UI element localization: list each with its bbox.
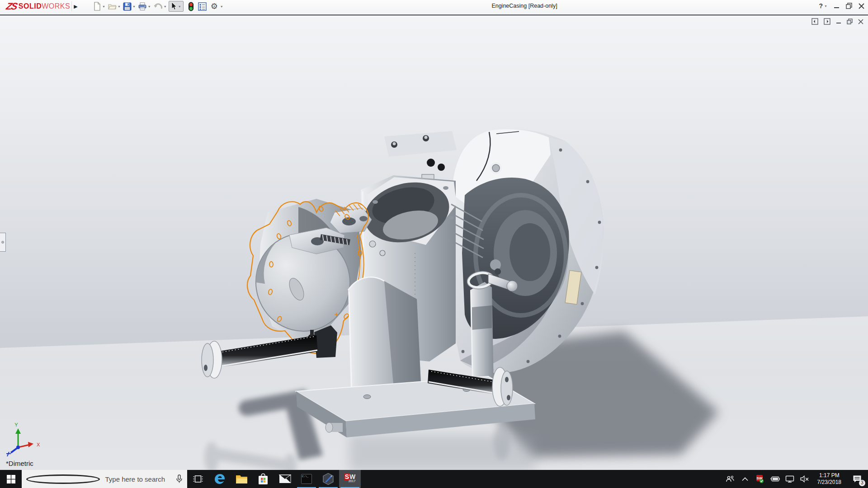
battery-icon[interactable]: [769, 470, 781, 488]
action-center-button[interactable]: 3: [848, 470, 866, 488]
notification-badge: 3: [859, 480, 865, 486]
window-title: EngineCasing [Read-only]: [240, 0, 809, 12]
close-button[interactable]: [859, 3, 864, 9]
clock-time: 1:17 PM: [817, 472, 841, 479]
close-icon: [859, 3, 864, 9]
new-document-button[interactable]: ▼: [93, 1, 106, 12]
start-button[interactable]: [0, 470, 22, 488]
network-icon[interactable]: [784, 470, 796, 488]
people-icon[interactable]: [724, 470, 736, 488]
graphics-viewport[interactable]: Y X *Dimetric: [0, 15, 868, 470]
clock-date: 7/23/2018: [817, 479, 841, 486]
model-top-plate: [384, 131, 457, 183]
triad-x-label: X: [37, 442, 40, 447]
save-button[interactable]: ▼: [123, 1, 136, 12]
dropdown-caret-icon[interactable]: ▼: [164, 5, 167, 8]
tray-chevron-up-icon[interactable]: [739, 470, 751, 488]
windows-logo-icon: [7, 475, 15, 483]
windows-taskbar: Type here to search: [0, 470, 868, 488]
dropdown-caret-icon[interactable]: ▼: [132, 5, 136, 8]
solidworks-2017-icon: SW 2017: [344, 474, 356, 483]
taskbar-clock[interactable]: 1:17 PM 7/23/2018: [814, 472, 845, 486]
doc-minimize-button[interactable]: [836, 19, 841, 24]
file-properties-button[interactable]: [198, 1, 207, 12]
doc-restore-button[interactable]: [847, 19, 853, 24]
title-bar: ZS SOLID WORKS ▶ ▼ ▼ ▼: [0, 0, 868, 15]
scroll-right-button[interactable]: [824, 18, 830, 25]
print-button[interactable]: ▼: [137, 1, 151, 12]
taskbar-app-mail[interactable]: [274, 470, 296, 488]
taskbar-app-file-explorer[interactable]: [231, 470, 252, 488]
dropdown-caret-icon[interactable]: ▼: [118, 5, 121, 8]
options-button[interactable]: ⚙ ▼: [210, 1, 224, 11]
taskbar-app-solidworks[interactable]: SW 2017: [339, 470, 361, 488]
microphone-icon[interactable]: [176, 474, 183, 483]
tab-grip-dot: [1, 241, 4, 244]
dropdown-caret-icon[interactable]: ▼: [178, 5, 181, 8]
taskbar-app-edge[interactable]: [209, 470, 231, 488]
command-prompt-icon: C:\_: [301, 474, 312, 484]
open-button[interactable]: ▼: [107, 1, 121, 12]
floppy-icon: [123, 2, 132, 11]
restore-button[interactable]: [846, 3, 852, 9]
help-icon: ?: [819, 2, 823, 9]
select-tool-button[interactable]: ▼: [169, 1, 184, 12]
mail-icon: [279, 474, 291, 483]
printer-icon: [138, 2, 147, 11]
search-placeholder: Type here to search: [105, 475, 176, 483]
minimize-button[interactable]: [834, 3, 840, 9]
scroll-left-button[interactable]: [811, 18, 818, 25]
dropdown-caret-icon[interactable]: ▼: [220, 5, 223, 8]
task-view-icon: [193, 474, 203, 483]
restore-icon: [846, 3, 852, 9]
taskbar-app-command-prompt[interactable]: C:\_: [296, 470, 317, 488]
hexagon-app-icon: [322, 473, 334, 485]
store-icon: [258, 473, 269, 485]
taskbar-search-box[interactable]: Type here to search: [22, 470, 187, 488]
doc-close-button[interactable]: [858, 19, 863, 24]
rebuild-button[interactable]: [188, 1, 194, 12]
menu-flyout-arrow-icon[interactable]: ▶: [71, 1, 80, 11]
view-orientation-label: *Dimetric: [6, 460, 33, 467]
page-icon: [93, 2, 101, 11]
volume-muted-icon[interactable]: [799, 470, 811, 488]
model-canvas[interactable]: Y X: [0, 15, 868, 470]
ds-logo-mark: ZS: [5, 1, 18, 12]
taskbar-app-store[interactable]: [252, 470, 274, 488]
cursor-icon: [171, 2, 177, 10]
help-button[interactable]: ? ▼: [819, 2, 828, 9]
form-icon: [198, 2, 207, 11]
folder-icon: [108, 2, 117, 11]
dropdown-caret-icon[interactable]: ▼: [148, 5, 151, 8]
triad-y-label: Y: [14, 422, 18, 427]
document-window-controls: [811, 18, 863, 25]
brand-solid: SOLID: [19, 2, 42, 10]
taskbar-app-hexagon[interactable]: [317, 470, 339, 488]
undo-button[interactable]: ▼: [153, 1, 167, 11]
dropdown-caret-icon[interactable]: ▼: [102, 5, 105, 8]
featuremanager-collapse-tab[interactable]: [0, 233, 6, 252]
solidworks-resource-monitor-icon[interactable]: SW: [754, 470, 766, 488]
gear-icon: ⚙: [211, 2, 218, 10]
traffic-light-icon: [188, 2, 194, 11]
edge-icon: [214, 473, 226, 485]
system-tray: SW 1:17 PM 7/23/2018 3: [724, 470, 868, 488]
minimize-icon: [834, 3, 840, 9]
undo-arrow-icon: [153, 2, 163, 10]
solidworks-logo: ZS SOLID WORKS: [6, 1, 70, 12]
file-explorer-icon: [236, 474, 248, 484]
task-view-button[interactable]: [187, 470, 209, 488]
cortana-icon: [26, 474, 100, 484]
dropdown-caret-icon[interactable]: ▼: [824, 5, 827, 8]
brand-works: WORKS: [42, 2, 70, 10]
